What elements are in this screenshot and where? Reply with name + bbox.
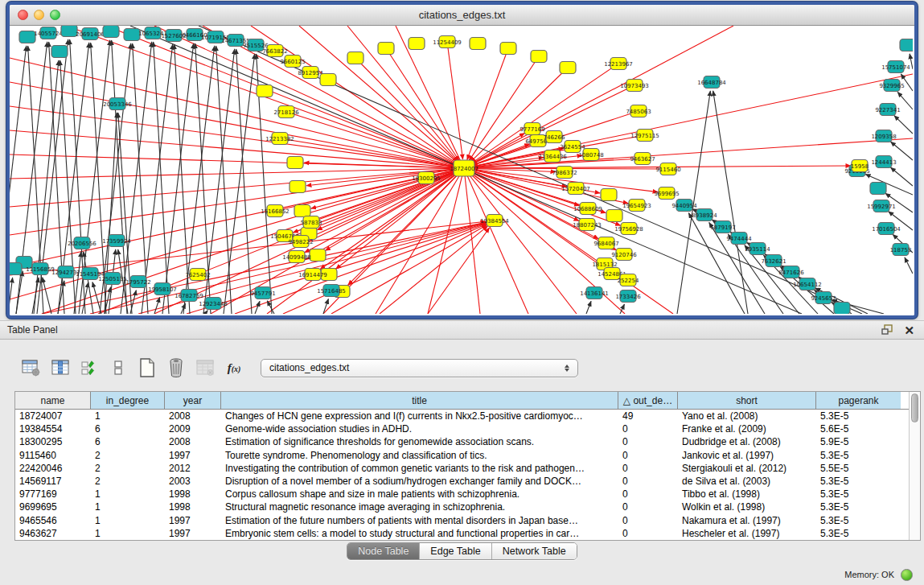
- table-cell[interactable]: 9465546: [15, 515, 91, 526]
- table-row[interactable]: 1938455462009Genome-wide association stu…: [15, 422, 909, 435]
- network-node[interactable]: 1244413: [871, 156, 896, 168]
- table-cell[interactable]: 5.6E-5: [816, 423, 901, 435]
- table-cell[interactable]: Investigating the contribution of common…: [221, 463, 618, 474]
- network-node[interactable]: 20053346: [103, 98, 132, 110]
- network-node[interactable]: 9474444: [726, 233, 752, 245]
- table-cell[interactable]: 2: [91, 476, 165, 487]
- table-cell[interactable]: 9115460: [15, 450, 91, 461]
- network-node[interactable]: 118753: [890, 244, 912, 256]
- column-header-short[interactable]: short: [678, 392, 816, 409]
- table-row[interactable]: 969969511998Structural magnetic resonanc…: [15, 501, 909, 513]
- table-cell[interactable]: 18300295: [15, 436, 91, 447]
- scrollbar-thumb[interactable]: [911, 393, 918, 422]
- table-cell[interactable]: 0: [618, 501, 678, 513]
- network-node[interactable]: 14099488: [282, 251, 311, 263]
- network-node[interactable]: 252254: [618, 274, 639, 286]
- network-edge[interactable]: [464, 168, 528, 314]
- table-cell[interactable]: 1997: [165, 450, 221, 461]
- table-cell[interactable]: 1: [91, 528, 165, 539]
- network-node[interactable]: 1733426: [615, 290, 641, 303]
- show-column-icon[interactable]: [48, 356, 72, 380]
- network-edge[interactable]: [10, 278, 13, 314]
- network-node[interactable]: [347, 52, 363, 64]
- network-svg[interactable]: 1405572420691406106532471527602646616010…: [10, 26, 913, 314]
- network-node[interactable]: 9463627: [630, 153, 655, 165]
- network-node[interactable]: 587833: [301, 216, 322, 229]
- table-cell[interactable]: 1: [91, 501, 165, 513]
- network-node[interactable]: 746266: [544, 131, 565, 143]
- network-edge[interactable]: [464, 168, 480, 314]
- network-edge[interactable]: [713, 91, 748, 314]
- table-cell[interactable]: 6: [91, 436, 165, 447]
- network-node[interactable]: 9777169: [519, 123, 544, 135]
- column-header-name[interactable]: name: [15, 392, 91, 409]
- network-node[interactable]: [310, 249, 326, 262]
- vertical-scrollbar[interactable]: [909, 392, 920, 540]
- table-cell[interactable]: 22420046: [15, 463, 91, 474]
- network-edge[interactable]: [121, 42, 152, 314]
- table-cell[interactable]: 9463627: [15, 528, 91, 539]
- node-table-grid[interactable]: namein_degreeyeartitle△ out_de…shortpage…: [15, 392, 909, 540]
- table-row[interactable]: 1872400712008Changes of HCN gene express…: [15, 410, 909, 422]
- network-node[interactable]: 1209358: [871, 130, 896, 142]
- network-edge[interactable]: [43, 278, 51, 314]
- network-edge[interactable]: [336, 168, 464, 269]
- network-node[interactable]: [601, 189, 617, 201]
- table-cell[interactable]: 5.3E-5: [816, 515, 901, 526]
- network-node[interactable]: 16782759: [175, 290, 203, 302]
- memory-status-icon[interactable]: [901, 569, 913, 581]
- tab-edge-table[interactable]: Edge Table: [419, 543, 491, 559]
- table-cell[interactable]: 2003: [165, 476, 221, 487]
- zoom-window-icon[interactable]: [50, 10, 60, 20]
- network-node[interactable]: [500, 43, 516, 55]
- network-node[interactable]: 10654112: [793, 278, 822, 290]
- table-cell[interactable]: 1997: [165, 515, 221, 526]
- network-node[interactable]: 14055724: [34, 27, 63, 39]
- tab-node-table[interactable]: Node Table: [347, 543, 419, 559]
- column-header-title[interactable]: title: [221, 392, 618, 409]
- table-cell[interactable]: 49: [618, 410, 678, 422]
- network-edge[interactable]: [447, 42, 463, 159]
- rows-icon[interactable]: [106, 356, 130, 380]
- network-node[interactable]: 9115460: [655, 163, 680, 175]
- network-edge[interactable]: [905, 257, 913, 274]
- table-cell[interactable]: 2009: [165, 423, 221, 435]
- network-node[interactable]: 12213382: [265, 133, 294, 145]
- table-cell[interactable]: Franke et al. (2009): [678, 423, 816, 435]
- table-cell[interactable]: 5.3E-5: [816, 501, 901, 513]
- table-cell[interactable]: 9699695: [15, 501, 91, 513]
- network-edge[interactable]: [10, 130, 464, 168]
- network-node[interactable]: [606, 210, 622, 222]
- table-row[interactable]: 977716911998Corpus callosum shape and si…: [15, 488, 909, 501]
- network-edge[interactable]: [10, 58, 464, 168]
- table-selector-dropdown[interactable]: citations_edges.txt: [261, 359, 578, 377]
- table-cell[interactable]: 0: [618, 463, 678, 474]
- network-edge[interactable]: [890, 167, 913, 186]
- table-cell[interactable]: 5.3E-5: [816, 410, 901, 422]
- network-node[interactable]: 15751074: [881, 61, 910, 73]
- network-edge[interactable]: [317, 168, 464, 230]
- network-node[interactable]: 2935114: [745, 243, 770, 255]
- table-cell[interactable]: Estimation of the future numbers of pati…: [221, 515, 618, 526]
- network-node[interactable]: [124, 29, 140, 41]
- table-cell[interactable]: 19384554: [15, 423, 91, 435]
- table-cell[interactable]: 9777169: [15, 488, 91, 500]
- table-cell[interactable]: 2012: [165, 463, 221, 474]
- network-node[interactable]: 12213967: [604, 58, 633, 70]
- table-cell[interactable]: 0: [618, 515, 678, 526]
- network-edge[interactable]: [586, 301, 591, 314]
- network-node[interactable]: 10973493: [620, 80, 649, 92]
- network-edge[interactable]: [467, 48, 508, 160]
- network-edge[interactable]: [464, 168, 577, 314]
- network-node[interactable]: 18724007: [450, 160, 478, 176]
- column-header-in_degree[interactable]: in_degree: [91, 392, 165, 409]
- network-node[interactable]: [19, 31, 35, 43]
- network-node[interactable]: 15958: [851, 160, 869, 172]
- table-cell[interactable]: Wolkin et al. (1998): [678, 501, 816, 513]
- table-cell[interactable]: Tibbo et al. (1998): [678, 488, 816, 500]
- network-edge[interactable]: [34, 60, 59, 314]
- network-edge[interactable]: [355, 58, 458, 162]
- table-cell[interactable]: Dudbridge et al. (2008): [678, 436, 816, 447]
- network-node[interactable]: 9660125: [280, 56, 305, 68]
- network-node[interactable]: 15720407: [561, 183, 590, 195]
